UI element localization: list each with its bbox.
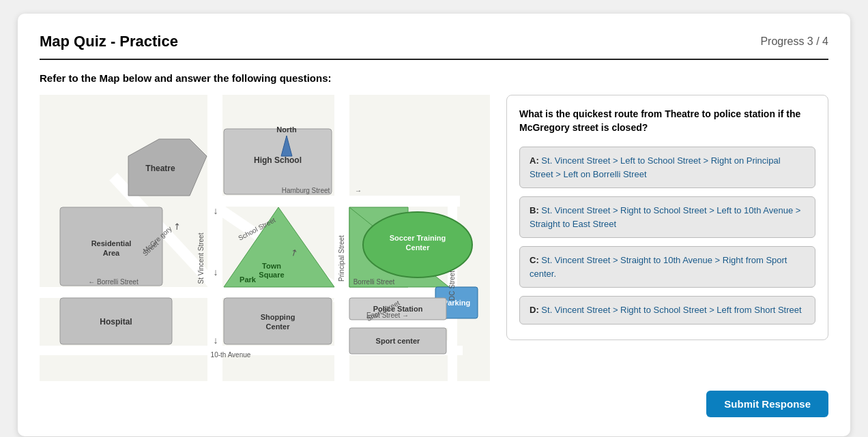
map-area: Theatre Residential Area Hospital Shoppi… <box>40 95 490 381</box>
svg-text:↓: ↓ <box>214 267 218 277</box>
option-c[interactable]: C: St. Vincent Street > Straight to 10th… <box>519 246 815 288</box>
submit-button[interactable]: Submit Response <box>706 391 828 417</box>
progress-indicator: Progress 3 / 4 <box>760 35 828 48</box>
option-b-text: St. Vincent Street > Right to School Str… <box>530 205 800 229</box>
content-row: Theatre Residential Area Hospital Shoppi… <box>40 95 828 381</box>
svg-text:Town: Town <box>262 262 281 270</box>
svg-text:Center: Center <box>266 322 291 331</box>
option-d-text: St. Vincent Street > Right to School Str… <box>541 305 801 315</box>
svg-text:High School: High School <box>254 155 302 165</box>
option-a-label: A: <box>530 155 541 166</box>
svg-text:Hospital: Hospital <box>100 317 132 327</box>
svg-text:North: North <box>276 125 297 134</box>
option-b[interactable]: B: St. Vincent Street > Right to School … <box>519 196 815 238</box>
svg-text:Principal Street: Principal Street <box>338 235 345 282</box>
option-a[interactable]: A: St. Vincent Street > Left to School S… <box>519 147 815 188</box>
svg-text:Hamburg Street: Hamburg Street <box>282 187 330 194</box>
header: Map Quiz - Practice Progress 3 / 4 <box>40 33 828 60</box>
svg-text:Area: Area <box>103 249 120 257</box>
option-c-text: St. Vincent Street > Straight to 10th Av… <box>530 255 787 279</box>
svg-text:Square: Square <box>259 271 284 279</box>
svg-text:Center: Center <box>406 243 431 252</box>
quiz-panel: What is the quickest route from Theatre … <box>506 95 828 340</box>
svg-text:↓: ↓ <box>214 205 218 216</box>
option-d[interactable]: D: St. Vincent Street > Right to School … <box>519 296 815 325</box>
option-d-label: D: <box>530 305 541 315</box>
map-svg: Theatre Residential Area Hospital Shoppi… <box>40 95 490 381</box>
svg-text:Residential: Residential <box>91 239 132 247</box>
svg-text:Parking: Parking <box>443 299 470 307</box>
option-a-text: St. Vincent Street > Left to School Stre… <box>530 155 781 179</box>
page-title: Map Quiz - Practice <box>40 33 178 50</box>
option-b-label: B: <box>530 205 541 215</box>
svg-text:← Borrelli Street: ← Borrelli Street <box>88 278 139 286</box>
main-container: Map Quiz - Practice Progress 3 / 4 Refer… <box>18 14 850 436</box>
svg-text:Park: Park <box>240 275 257 284</box>
svg-text:10-th Avenue: 10-th Avenue <box>211 351 251 359</box>
svg-text:Borrelli Street: Borrelli Street <box>353 278 395 286</box>
svg-text:→: → <box>355 187 362 194</box>
svg-rect-18 <box>224 298 332 344</box>
instruction-text: Refer to the Map below and answer the fo… <box>40 72 828 84</box>
svg-text:Theatre: Theatre <box>145 164 175 173</box>
svg-rect-5 <box>40 287 463 298</box>
option-c-label: C: <box>530 255 541 265</box>
svg-rect-4 <box>207 196 460 207</box>
footer-row: Submit Response <box>40 391 828 417</box>
svg-text:St Vincent Street: St Vincent Street <box>197 232 205 284</box>
svg-text:Sport center: Sport center <box>376 337 421 345</box>
svg-text:Shopping: Shopping <box>261 313 295 321</box>
svg-text:↓: ↓ <box>214 335 218 346</box>
svg-text:DC Street: DC Street <box>448 271 456 301</box>
question-text: What is the quickest route from Theatre … <box>519 108 815 134</box>
svg-text:Soccer Training: Soccer Training <box>390 234 446 242</box>
